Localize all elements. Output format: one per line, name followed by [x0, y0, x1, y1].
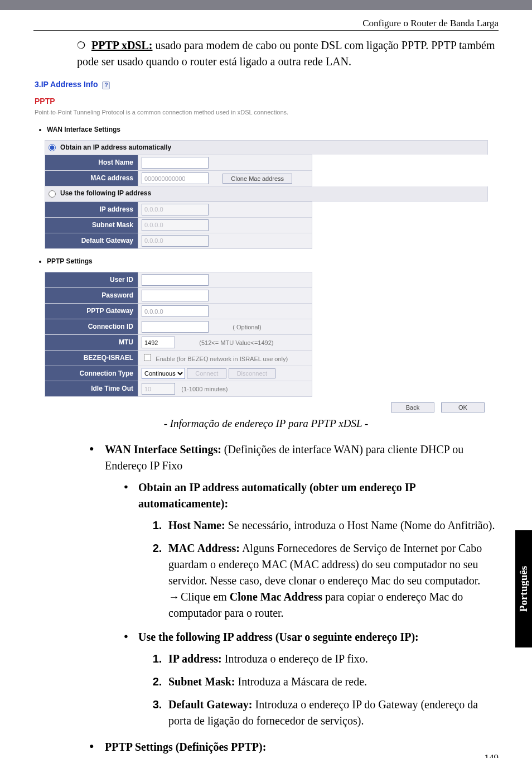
screenshot-panel: 3.IP Address Info ? PPTP Point-to-Point … — [33, 78, 488, 412]
host-name-input[interactable] — [142, 157, 209, 169]
doc-wan-item: WAN Interface Settings: (Definições de i… — [89, 442, 499, 729]
pptp-desc: Point-to-Point Tunneling Protocol is a c… — [35, 108, 488, 117]
header-title: Configure o Router de Banda Larga — [33, 18, 499, 31]
doc-static-title: Use the following IP address (Usar o seg… — [138, 631, 419, 643]
mac-input[interactable] — [142, 172, 209, 184]
mask-label: Subnet Mask — [45, 217, 138, 233]
idle-input[interactable] — [142, 383, 175, 395]
pptp-heading: PPTP — [35, 95, 488, 107]
mask-input[interactable] — [142, 219, 209, 231]
doc-static-item: Use the following IP address (Usar o seg… — [124, 629, 499, 729]
user-id-label: User ID — [45, 272, 138, 288]
doc-static-3-title: Default Gateway: — [168, 698, 253, 711]
doc-obtain-2: MAC Address: Alguns Fornecedores de Serv… — [165, 540, 499, 621]
arrow-icon: → — [168, 591, 180, 603]
back-button[interactable]: Back — [391, 402, 434, 412]
doc-pptp-title: PPTP Settings (Definições PPTP): — [105, 741, 266, 753]
doc-static-2-title: Subnet Mask: — [168, 675, 235, 688]
section-title: 3.IP Address Info ? — [35, 79, 488, 90]
doc-obtain-2-title: MAC Address: — [168, 542, 240, 554]
doc-static-3: Default Gateway: Introduza o endereço IP… — [165, 697, 499, 729]
doc-static-1: IP address: Introduza o endereço de IP f… — [165, 651, 499, 667]
pptp-settings-heading: PPTP Settings — [47, 257, 488, 266]
pptp-gateway-label: PPTP Gateway — [45, 304, 138, 319]
radio-static-ip-label: Use the following IP address — [60, 189, 151, 198]
user-id-input[interactable] — [142, 274, 209, 286]
pptp-gateway-input[interactable] — [142, 305, 209, 317]
figure-caption: - Informação de endereço IP para PPTP xD… — [33, 416, 499, 431]
wan-settings-heading: WAN Interface Settings — [47, 125, 488, 135]
radio-static-ip[interactable] — [49, 190, 56, 198]
help-icon[interactable]: ? — [102, 81, 110, 89]
gw-label: Default Gateway — [45, 233, 138, 248]
conn-type-label: Connection Type — [45, 366, 138, 381]
doc-pptp-item: PPTP Settings (Definições PPTP): User ID… — [89, 739, 499, 758]
radio-obtain-auto[interactable] — [49, 144, 56, 151]
ok-button[interactable]: OK — [441, 402, 485, 412]
ip-input[interactable] — [142, 204, 209, 215]
doc-obtain-item: Obtain an IP address automatically (obte… — [124, 479, 499, 621]
doc-obtain-2-arrow: Clique em — [181, 591, 227, 603]
bezeq-hint: Enable (for BEZEQ network in ISRAEL use … — [156, 356, 288, 362]
doc-obtain-1: Host Name: Se necessário, introduza o Ho… — [165, 517, 499, 534]
bezeq-label: BEZEQ-ISRAEL — [45, 351, 138, 366]
conn-id-hint: ( Optional) — [233, 324, 261, 330]
conn-id-input[interactable] — [142, 321, 209, 333]
language-side-tab-label: Português — [518, 566, 530, 612]
language-side-tab: Português — [515, 530, 532, 647]
password-label: Password — [45, 288, 138, 304]
top-stripe — [0, 0, 532, 10]
doc-static-2: Subnet Mask: Introduza a Máscara de rede… — [165, 674, 499, 690]
mtu-label: MTU — [45, 335, 138, 351]
doc-wan-title: WAN Interface Settings: — [105, 443, 221, 455]
page-number: 149 — [485, 752, 499, 758]
host-name-label: Host Name — [45, 155, 138, 171]
doc-obtain-1-title: Host Name: — [168, 519, 225, 531]
intro-paragraph: ❍ PPTP xDSL: usado para modem de cabo ou… — [77, 37, 499, 70]
password-input[interactable] — [142, 290, 209, 301]
radio-obtain-auto-label: Obtain an IP address automatically — [60, 143, 171, 152]
idle-hint: (1-1000 minutes) — [181, 386, 228, 392]
idle-label: Idle Time Out — [45, 381, 138, 397]
connect-button[interactable]: Connect — [187, 368, 226, 378]
doc-static-1-body: Introduza o endereço de IP fixo. — [225, 653, 368, 665]
mac-label: MAC address — [45, 171, 138, 186]
doc-obtain-2-bold: Clone Mac Address — [230, 591, 322, 603]
ip-label: IP address — [45, 202, 138, 217]
conn-type-select[interactable]: Continuous — [142, 368, 185, 379]
disconnect-button[interactable]: Disconnect — [229, 368, 275, 378]
intro-label: PPTP xDSL: — [91, 39, 152, 51]
gw-input[interactable] — [142, 235, 209, 247]
doc-obtain-1-body: Se necessário, introduza o Host Name (No… — [228, 519, 495, 531]
bezeq-checkbox[interactable] — [144, 354, 151, 361]
doc-static-2-body: Introduza a Máscara de rede. — [238, 675, 367, 688]
mtu-input[interactable] — [142, 337, 175, 348]
doc-static-1-title: IP address: — [168, 653, 222, 665]
conn-id-label: Connection ID — [45, 319, 138, 335]
mtu-hint: (512<= MTU Value<=1492) — [199, 339, 273, 346]
clone-mac-button[interactable]: Clone Mac address — [223, 174, 292, 184]
doc-obtain-title: Obtain an IP address automatically (obte… — [138, 481, 415, 510]
